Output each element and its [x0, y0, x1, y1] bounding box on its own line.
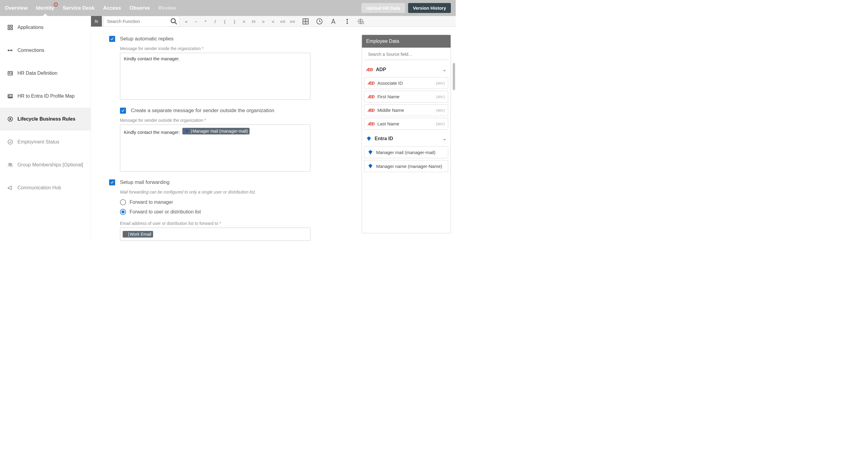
fx-icon[interactable]: fx [91, 16, 102, 27]
sidebar-item-employment-status[interactable]: Employment Status [0, 130, 91, 153]
forward-email-label: Email address of user or distribution li… [120, 221, 350, 226]
upload-hr-button[interactable]: Upload HR Data [361, 3, 405, 13]
chevron-down-icon: ⌄ [442, 67, 446, 72]
tab-service-desk[interactable]: Service Desk [63, 1, 95, 16]
alert-icon [54, 2, 58, 7]
sidebar-item-lifecycle-rules[interactable]: Lifecycle Business Rules [0, 108, 91, 130]
op-lparen[interactable]: ( [220, 16, 230, 27]
formula-bar: fx + − * / ( ) = != > < <= >= [91, 16, 456, 27]
adp-logo-icon: ÆÐ [368, 81, 374, 86]
radio-label: Forward to manager [130, 200, 173, 205]
op-divide[interactable]: / [210, 16, 220, 27]
employee-data-panel: Employee Data ÆÐ ADP ⌄ ÆÐ Associate ID (… [362, 35, 451, 233]
entra-field-manager-name[interactable]: Manager name (manager-Name) [364, 160, 448, 172]
tab-identity[interactable]: Identity [36, 1, 54, 16]
field-name: Middle Name [377, 108, 404, 113]
info-icon[interactable] [342, 16, 352, 27]
auto-reply-label: Setup automatic replies [120, 36, 174, 42]
source-name: Entra ID [375, 136, 393, 142]
op-lte[interactable]: <= [278, 16, 287, 27]
tag-label: Manager mail (manager-mail) [193, 129, 248, 133]
entra-field-manager-mail[interactable]: Manager mail (manager-mail) [364, 146, 448, 158]
grid-icon [7, 24, 13, 30]
sidebar-item-label: HR to Entra ID Profile Map [18, 93, 74, 99]
adp-icon: A [124, 233, 127, 236]
separate-msg-block: Create a separate message for sender out… [109, 108, 350, 172]
op-plus[interactable]: + [181, 16, 191, 27]
inside-msg-textarea[interactable]: Kindly contact the manager. [120, 53, 310, 100]
main: fx + − * / ( ) = != > < <= >= [91, 16, 456, 241]
source-name: ADP [376, 67, 386, 72]
chevron-down-icon: ⌄ [442, 136, 446, 142]
auto-reply-block: Setup automatic replies Message for send… [109, 36, 350, 100]
entra-icon [368, 150, 373, 155]
field-name: First Name [377, 94, 399, 99]
sidebar: Applications Connections HR Data Definit… [0, 16, 91, 241]
auto-reply-checkbox[interactable] [109, 36, 115, 42]
search-function-input[interactable] [104, 16, 170, 27]
svg-point-13 [9, 163, 10, 164]
work-email-tag[interactable]: A | Work Email [123, 231, 153, 238]
topnav-actions: Upload HR Data Version History [361, 3, 451, 13]
version-history-button[interactable]: Version History [408, 3, 451, 13]
svg-point-4 [8, 50, 9, 51]
tab-observe[interactable]: Observe [130, 1, 150, 16]
sidebar-item-connections[interactable]: Connections [0, 39, 91, 62]
op-gte[interactable]: >= [287, 16, 297, 27]
op-lt[interactable]: < [268, 16, 278, 27]
search-icon[interactable] [170, 17, 178, 26]
adp-field-first-name[interactable]: ÆÐ First Name (abc) [364, 91, 448, 102]
radio-forward-list[interactable]: Forward to user or distribution list [120, 207, 350, 217]
sidebar-item-applications[interactable]: Applications [0, 16, 91, 39]
op-multiply[interactable]: * [201, 16, 210, 27]
svg-point-11 [10, 118, 10, 119]
sidebar-item-group-memberships[interactable]: Group Memberships [Optional] [0, 153, 91, 176]
field-type: (abc) [436, 121, 445, 126]
table-icon[interactable] [300, 16, 311, 27]
sidebar-item-profile-map[interactable]: HR to Entra ID Profile Map [0, 85, 91, 108]
op-minus[interactable]: − [191, 16, 201, 27]
sidebar-item-hr-data-definition[interactable]: HR Data Definition [0, 62, 91, 85]
search-function-box [104, 16, 180, 27]
field-name: Manager mail (manager-mail) [376, 150, 435, 155]
tab-access[interactable]: Access [103, 1, 121, 16]
source-adp-header[interactable]: ÆÐ ADP ⌄ [364, 64, 448, 75]
radio-forward-manager[interactable]: Forward to manager [120, 197, 350, 207]
source-entra-header[interactable]: Entra ID ⌄ [364, 133, 448, 144]
users-icon [7, 162, 13, 168]
tab-overview[interactable]: Overview [5, 1, 28, 16]
op-neq[interactable]: != [249, 16, 258, 27]
lifecycle-icon [7, 116, 13, 122]
forwarding-help: Mail forwarding can be configured to onl… [120, 190, 350, 194]
scrollbar[interactable] [453, 63, 455, 90]
panel-search-input[interactable] [364, 49, 448, 60]
separate-msg-checkbox[interactable] [120, 108, 126, 114]
tab-review[interactable]: Review [158, 1, 176, 16]
sidebar-item-label: Applications [18, 25, 43, 30]
outside-msg-prefix: Kindly contact the manager: [124, 130, 181, 135]
outside-msg-textarea[interactable]: Kindly contact the manager: | Manager ma… [120, 124, 310, 172]
adp-logo-icon: ÆÐ [366, 67, 373, 72]
forward-email-input[interactable]: A | Work Email [120, 227, 310, 241]
topnav-tabs: Overview Identity Service Desk Access Ob… [5, 1, 176, 16]
op-eq[interactable]: = [239, 16, 249, 27]
field-name: Last Name [377, 121, 399, 126]
op-rparen[interactable]: ) [230, 16, 239, 27]
field-type: (abc) [436, 94, 445, 99]
adp-field-last-name[interactable]: ÆÐ Last Name (abc) [364, 118, 448, 130]
op-gt[interactable]: > [258, 16, 268, 27]
sidebar-item-communication-hub[interactable]: Communication Hub [0, 176, 91, 199]
megaphone-icon [7, 185, 13, 191]
adp-logo-icon: ÆÐ [368, 121, 374, 126]
adp-field-middle-name[interactable]: ÆÐ Middle Name (abc) [364, 104, 448, 116]
radio-label: Forward to user or distribution list [130, 209, 201, 215]
manager-mail-tag[interactable]: | Manager mail (manager-mail) [182, 128, 250, 134]
forwarding-checkbox[interactable] [109, 179, 115, 185]
connections-icon [7, 47, 13, 53]
font-icon[interactable] [328, 16, 339, 27]
clock-icon[interactable] [314, 16, 325, 27]
globe-gear-icon[interactable] [355, 16, 367, 27]
tab-identity-label: Identity [36, 5, 54, 11]
adp-field-associate-id[interactable]: ÆÐ Associate ID (abc) [364, 77, 448, 89]
top-nav: Overview Identity Service Desk Access Ob… [0, 0, 456, 16]
